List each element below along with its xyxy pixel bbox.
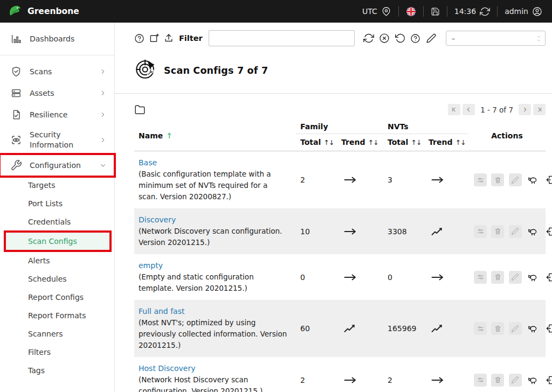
sidebar-item-tags[interactable]: Tags <box>0 361 114 380</box>
trend-icon <box>431 227 464 236</box>
trashcan-action-button[interactable] <box>491 225 504 238</box>
sidebar-item-scan-configs[interactable]: Scan Configs <box>5 232 110 250</box>
sidebar-item-security-information[interactable]: Security Information <box>0 125 114 155</box>
clone-sheep-action-button[interactable] <box>526 225 539 238</box>
export-action-button[interactable] <box>544 374 552 387</box>
chevron-up-icon <box>536 35 541 38</box>
table-row: Discovery (Network Discovery scan config… <box>134 208 546 254</box>
list-toolbar: 1 - 7 of 7 <box>134 104 546 115</box>
tags-folder-icon[interactable] <box>134 104 146 115</box>
sidebar-item-credentials[interactable]: Credentials <box>0 213 114 231</box>
new-scan-config-icon[interactable] <box>149 32 160 44</box>
reset-filter-icon[interactable] <box>394 32 406 44</box>
session-time: 14:36 <box>454 7 476 16</box>
export-action-button[interactable] <box>544 322 552 335</box>
column-header-name[interactable]: Name↑ <box>134 120 296 151</box>
edit-action-button[interactable] <box>509 374 522 387</box>
sidebar-item-schedules[interactable]: Schedules <box>0 270 114 288</box>
column-header-nvts-total[interactable]: Total↑↓ <box>383 134 424 151</box>
family-total-cell: 10 <box>296 208 337 254</box>
sidebar-item-targets[interactable]: Targets <box>0 176 114 194</box>
settings-action-button[interactable] <box>474 225 487 238</box>
nvts-trend-cell <box>424 208 468 254</box>
config-link[interactable]: Full and fast <box>139 306 288 317</box>
config-link[interactable]: Host Discovery <box>139 363 288 374</box>
edit-action-button[interactable] <box>509 271 522 284</box>
actions-cell <box>468 254 546 300</box>
config-link[interactable]: Base <box>139 157 288 169</box>
column-header-nvts-trend[interactable]: Trend↑↓ <box>424 134 468 151</box>
user-menu[interactable]: admin <box>505 6 542 17</box>
trashcan-action-button[interactable] <box>491 322 504 335</box>
sidebar-item-dashboards[interactable]: Dashboards <box>0 28 114 50</box>
edit-action-button[interactable] <box>509 322 522 335</box>
sidebar-item-port-lists[interactable]: Port Lists <box>0 194 114 213</box>
main-content: Filter – <box>115 23 552 392</box>
actions-cell <box>468 208 546 254</box>
export-action-button[interactable] <box>544 271 552 284</box>
sidebar-item-resilience[interactable]: Resilience <box>0 104 114 125</box>
upload-icon[interactable] <box>163 32 174 44</box>
family-total-cell: 0 <box>296 254 337 300</box>
remove-filter-icon[interactable] <box>378 32 390 44</box>
sidebar-item-assets[interactable]: Assets <box>0 82 114 104</box>
trend-stable-icon <box>343 272 358 282</box>
trashcan-action-button[interactable] <box>491 271 504 284</box>
family-trend-cell <box>337 357 383 392</box>
topbar-divider <box>447 6 447 17</box>
table-row: Base (Basic configuration template with … <box>134 151 546 209</box>
trend-stable-icon <box>343 175 358 185</box>
settings-action-button[interactable] <box>474 374 487 387</box>
config-link[interactable]: Discovery <box>139 214 288 226</box>
column-header-family-total[interactable]: Total↑↓ <box>296 134 337 151</box>
filter-select[interactable]: – <box>446 31 546 46</box>
sidebar-item-report-formats[interactable]: Report Formats <box>0 306 114 325</box>
config-name-cell: Full and fast (Most NVT's; optimized by … <box>134 300 296 357</box>
clone-sheep-action-button[interactable] <box>526 173 539 186</box>
language-selector[interactable] <box>406 6 416 17</box>
edit-action-button[interactable] <box>509 173 522 186</box>
first-page-button[interactable] <box>448 104 460 115</box>
sidebar-item-scanners[interactable]: Scanners <box>0 325 114 343</box>
clone-sheep-action-button[interactable] <box>526 322 539 335</box>
edit-filter-icon[interactable] <box>425 32 437 44</box>
sort-icons: ↑↓ <box>368 138 378 146</box>
column-header-family-trend[interactable]: Trend↑↓ <box>337 134 383 151</box>
sidebar-item-scans[interactable]: Scans <box>0 61 114 82</box>
clone-sheep-action-button[interactable] <box>526 374 539 387</box>
export-action-button[interactable] <box>544 225 552 238</box>
pagination: 1 - 7 of 7 <box>448 104 546 115</box>
sidebar-item-filters[interactable]: Filters <box>0 343 114 361</box>
trend-icon <box>431 375 464 385</box>
export-action-button[interactable] <box>544 173 552 186</box>
settings-action-button[interactable] <box>474 173 487 186</box>
sidebar-item-configuration[interactable]: Configuration <box>0 155 114 176</box>
chevron-down-icon <box>536 39 541 42</box>
topbar: Greenbone UTC 14:36 <box>0 0 552 23</box>
config-link[interactable]: empty <box>139 260 288 271</box>
sidebar-item-label: Dashboards <box>30 34 74 43</box>
timezone-selector[interactable]: UTC <box>362 6 391 17</box>
nvts-trend-cell <box>424 151 468 209</box>
trashcan-action-button[interactable] <box>491 173 504 186</box>
greenbone-logo[interactable]: Greenbone <box>8 3 79 20</box>
last-page-button[interactable] <box>533 104 546 115</box>
next-page-button[interactable] <box>519 104 531 115</box>
settings-action-button[interactable] <box>474 271 487 284</box>
stepper-icons <box>536 35 541 42</box>
settings-action-button[interactable] <box>474 322 487 335</box>
session-timer[interactable]: 14:36 <box>454 6 490 17</box>
trashcan-action-button[interactable] <box>491 374 504 387</box>
clone-sheep-action-button[interactable] <box>526 271 539 284</box>
manual-button[interactable] <box>431 7 440 16</box>
sidebar-item-alerts[interactable]: Alerts <box>0 251 114 270</box>
help-icon[interactable] <box>134 32 145 44</box>
family-total-cell: 60 <box>296 300 337 357</box>
filter-input[interactable] <box>209 30 355 46</box>
previous-page-button[interactable] <box>463 104 475 115</box>
edit-action-button[interactable] <box>509 225 522 238</box>
update-filter-icon[interactable] <box>363 32 375 44</box>
sidebar-item-report-configs[interactable]: Report Configs <box>0 288 114 306</box>
filter-help-icon[interactable] <box>410 32 422 44</box>
sidebar: Dashboards Scans Assets Resilience Secur… <box>0 23 115 392</box>
